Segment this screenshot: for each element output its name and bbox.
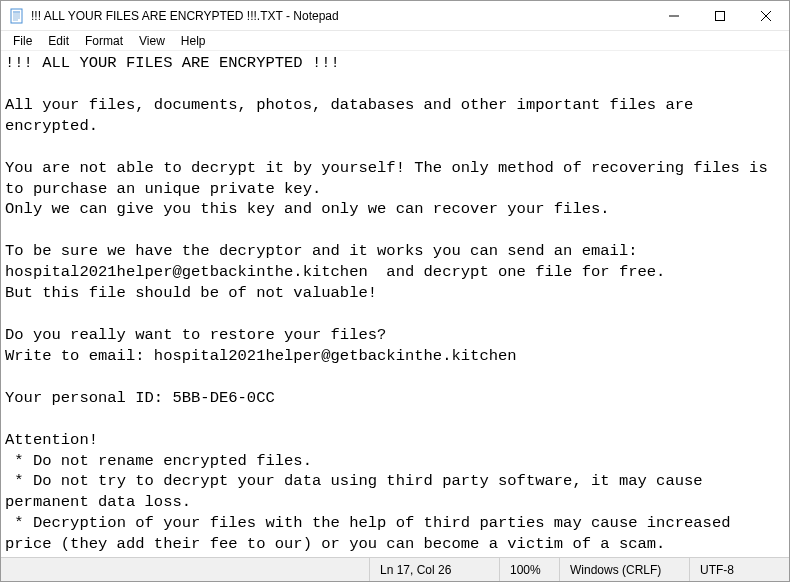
menu-edit[interactable]: Edit <box>40 32 77 50</box>
minimize-button[interactable] <box>651 1 697 30</box>
window-controls <box>651 1 789 30</box>
statusbar: Ln 17, Col 26 100% Windows (CRLF) UTF-8 <box>1 557 789 581</box>
menubar: File Edit Format View Help <box>1 31 789 51</box>
close-button[interactable] <box>743 1 789 30</box>
titlebar: !!! ALL YOUR FILES ARE ENCRYPTED !!!.TXT… <box>1 1 789 31</box>
maximize-button[interactable] <box>697 1 743 30</box>
status-position: Ln 17, Col 26 <box>369 558 499 581</box>
window-title: !!! ALL YOUR FILES ARE ENCRYPTED !!!.TXT… <box>31 9 651 23</box>
menu-file[interactable]: File <box>5 32 40 50</box>
status-encoding: UTF-8 <box>689 558 789 581</box>
status-line-ending: Windows (CRLF) <box>559 558 689 581</box>
menu-help[interactable]: Help <box>173 32 214 50</box>
menu-view[interactable]: View <box>131 32 173 50</box>
status-zoom: 100% <box>499 558 559 581</box>
svg-rect-7 <box>716 11 725 20</box>
menu-format[interactable]: Format <box>77 32 131 50</box>
notepad-icon <box>9 8 25 24</box>
text-area[interactable]: !!! ALL YOUR FILES ARE ENCRYPTED !!! All… <box>1 51 789 557</box>
